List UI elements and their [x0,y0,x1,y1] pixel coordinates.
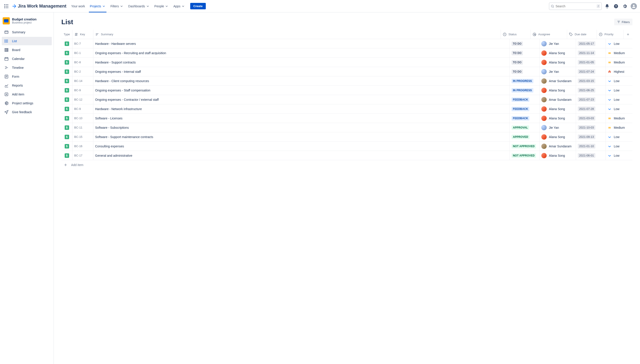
nav-item-your-work[interactable]: Your work [69,0,87,12]
due-date-cell[interactable]: 2021-11-14 [576,48,606,58]
status-cell[interactable]: APPROVED [510,132,540,142]
assignee-cell[interactable]: Jie Yan [540,67,576,76]
priority-cell[interactable]: Medium [606,116,632,120]
issue-key-cell[interactable]: BC-16 [72,142,93,151]
due-date-cell[interactable]: 2021-01-05 [576,58,606,67]
table-row[interactable]: $ BC-14 Hardware - Client computing reso… [61,76,632,86]
table-row[interactable]: $ BC-16 Consulting expenses NOT APPROVED… [61,142,632,151]
assignee-cell[interactable]: Alana Song [540,132,576,142]
add-item-row[interactable]: Add item [61,160,632,170]
table-row[interactable]: $ BC-2 Ongoing expenses - Internal staff… [61,67,632,76]
summary-cell[interactable]: Consulting expenses [93,142,510,151]
status-cell[interactable]: FEEDBACK [510,114,540,123]
due-date-cell[interactable]: 2021-07-23 [576,95,606,104]
sidebar-item-summary[interactable]: Summary [2,28,52,36]
priority-cell[interactable]: Low [606,144,632,148]
status-cell[interactable]: NOT APPROVED [510,142,540,151]
nav-item-projects[interactable]: Projects [88,0,108,12]
assignee-cell[interactable]: Alana Song [540,114,576,123]
status-cell[interactable]: FEEDBACK [510,95,540,104]
summary-cell[interactable]: Ongoing expenses - Recruiting and staff … [93,48,510,58]
col-summary[interactable]: Summary [93,30,501,39]
assignee-cell[interactable]: Alana Song [540,58,576,67]
issue-key-cell[interactable]: BC-11 [72,123,93,132]
priority-cell[interactable]: Low [606,88,632,92]
issue-key-cell[interactable]: BC-7 [72,39,93,48]
status-cell[interactable]: TO DO [510,39,540,48]
nav-item-filters[interactable]: Filters [108,0,126,12]
summary-cell[interactable]: Software - Support maintenance contracts [93,132,510,142]
due-date-cell[interactable]: 2021-10-03 [576,123,606,132]
issue-key-cell[interactable]: BC-10 [72,114,93,123]
due-date-cell[interactable]: 2021-06-25 [576,86,606,95]
due-date-cell[interactable]: 2021-09-13 [576,132,606,142]
profile-avatar[interactable] [630,3,637,10]
table-row[interactable]: $ BC-15 Software - Support maintenance c… [61,132,632,142]
status-cell[interactable]: APPROVAL [510,123,540,132]
table-row[interactable]: $ BC-8 Hardware - Support contracts TO D… [61,58,632,67]
status-cell[interactable]: TO DO [510,58,540,67]
add-column-button[interactable] [623,33,632,36]
sidebar-item-give-feedback[interactable]: Give feedback [2,108,52,116]
notifications-icon[interactable] [603,3,611,10]
issue-key-cell[interactable]: BC-9 [72,86,93,95]
summary-cell[interactable]: General and administrative [93,151,510,160]
col-status[interactable]: Status [501,30,531,39]
summary-cell[interactable]: Software - Licenses [93,114,510,123]
status-cell[interactable]: TO DO [510,67,540,76]
sidebar-item-reports[interactable]: Reports [2,81,52,90]
priority-cell[interactable]: Low [606,107,632,111]
priority-cell[interactable]: Low [606,42,632,46]
table-row[interactable]: $ BC-9 Ongoing expenses - Staff compensa… [61,86,632,95]
assignee-cell[interactable]: Alana Song [540,86,576,95]
status-cell[interactable]: IN PROGRESS [510,76,540,86]
priority-cell[interactable]: Low [606,98,632,102]
issue-key-cell[interactable]: BC-14 [72,76,93,86]
priority-cell[interactable]: Low [606,135,632,139]
summary-cell[interactable]: Ongoing expenses - Internal staff [93,67,510,76]
table-row[interactable]: $ BC-9 Hardware - Network infrastructure… [61,104,632,114]
settings-icon[interactable] [621,3,628,10]
due-date-cell[interactable]: 2021-06-01 [576,151,606,160]
issue-key-cell[interactable]: BC-17 [72,151,93,160]
priority-cell[interactable]: Low [606,154,632,158]
assignee-cell[interactable]: Jie Yan [540,39,576,48]
sidebar-item-form[interactable]: Form [2,72,52,81]
due-date-cell[interactable]: 2021-03-15 [576,76,606,86]
table-row[interactable]: $ BC-12 Ongoing expenses - Contractor / … [61,95,632,104]
assignee-cell[interactable]: Jie Yan [540,123,576,132]
nav-item-apps[interactable]: Apps [171,0,187,12]
table-row[interactable]: $ BC-17 General and administrative NOT A… [61,151,632,160]
table-row[interactable]: $ BC-10 Software - Licenses FEEDBACK Ala… [61,114,632,123]
issue-key-cell[interactable]: BC-1 [72,48,93,58]
priority-cell[interactable]: Low [606,79,632,83]
issue-key-cell[interactable]: BC-9 [72,104,93,114]
sidebar-item-add-item[interactable]: Add item [2,90,52,98]
assignee-cell[interactable]: Alana Song [540,151,576,160]
nav-item-dashboards[interactable]: Dashboards [126,0,152,12]
assignee-cell[interactable]: Amar Sundaram [540,95,576,104]
status-cell[interactable]: TO DO [510,48,540,58]
search-box[interactable]: / [549,2,602,10]
summary-cell[interactable]: Ongoing expenses - Staff compensation [93,86,510,95]
app-switcher-icon[interactable] [3,3,10,10]
due-date-cell[interactable]: 2021-07-28 [576,104,606,114]
summary-cell[interactable]: Software - Subscriptions [93,123,510,132]
issue-key-cell[interactable]: BC-15 [72,132,93,142]
search-input[interactable] [556,4,595,8]
due-date-cell[interactable]: 2021-01-10 [576,142,606,151]
issue-key-cell[interactable]: BC-12 [72,95,93,104]
col-key[interactable]: Key [72,30,93,39]
sidebar-item-list[interactable]: List [2,37,52,45]
product-logo[interactable]: Jira Work Management [12,4,66,9]
issue-key-cell[interactable]: BC-2 [72,67,93,76]
col-due[interactable]: Due date [567,30,597,39]
table-row[interactable]: $ BC-7 Hardware - Hardware servers TO DO… [61,39,632,48]
due-date-cell[interactable]: 2021-07-24 [576,67,606,76]
col-priority[interactable]: Priority [597,30,623,39]
summary-cell[interactable]: Hardware - Client computing resources [93,76,510,86]
status-cell[interactable]: NOT APPROVED [510,151,540,160]
project-header[interactable]: Budget creation Business project [2,16,52,28]
help-icon[interactable]: ? [612,3,619,10]
sidebar-item-board[interactable]: Board [2,46,52,54]
